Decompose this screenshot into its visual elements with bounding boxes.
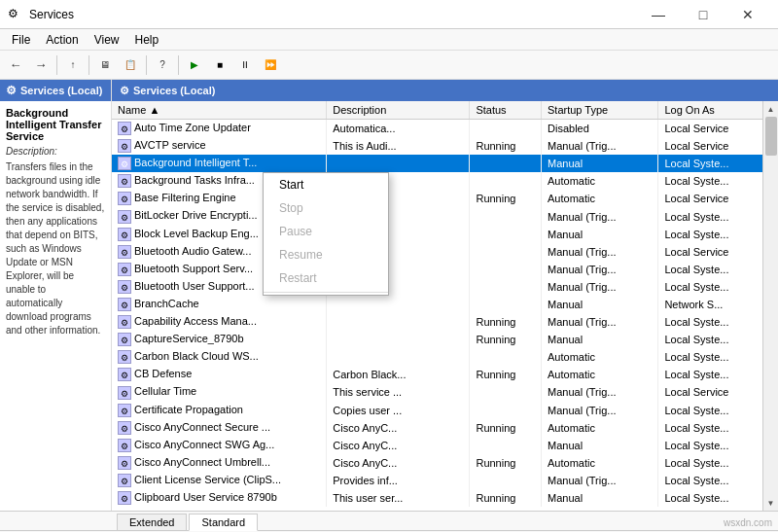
vertical-scrollbar[interactable]: ▲ ▼ <box>762 101 778 511</box>
restart-service-button[interactable]: ⏩ <box>259 53 282 77</box>
table-row[interactable]: ⚙Background Tasks Infra...AutomaticLocal… <box>112 172 762 190</box>
scrollbar-track <box>763 117 778 495</box>
scroll-down-button[interactable]: ▼ <box>763 495 779 511</box>
service-icon: ⚙ <box>118 368 131 381</box>
tab-standard[interactable]: Standard <box>189 514 258 531</box>
context-menu: StartStopPauseResumeRestart <box>263 172 389 296</box>
up-button[interactable]: ↑ <box>61 53 85 77</box>
col-header-logon[interactable]: Log On As <box>658 101 762 120</box>
context-menu-separator <box>264 292 388 293</box>
col-header-startup[interactable]: Startup Type <box>542 101 658 120</box>
description-text: Transfers files in the background using … <box>6 160 105 337</box>
service-icon: ⚙ <box>118 333 131 346</box>
app-icon: ⚙ <box>8 7 23 22</box>
services-panel-title: Services (Local) <box>133 85 215 96</box>
context-menu-item-stop[interactable]: Stop <box>264 196 388 220</box>
col-header-description[interactable]: Description <box>327 101 470 120</box>
left-panel-title: Services (Local) <box>20 85 102 96</box>
service-icon: ⚙ <box>118 263 131 276</box>
table-row[interactable]: ⚙BitLocker Drive Encrypti...Manual (Trig… <box>112 207 762 225</box>
stop-service-button[interactable]: ■ <box>208 53 231 77</box>
table-row[interactable]: ⚙Cisco AnyConnect Secure ...Cisco AnyC..… <box>112 419 762 437</box>
table-row[interactable]: ⚙CaptureService_8790bRunningManualLocal … <box>112 331 762 348</box>
services-gear-icon: ⚙ <box>120 85 129 97</box>
table-row[interactable]: ⚙Client License Service (ClipS...Provide… <box>112 472 762 489</box>
title-bar: ⚙ Services — □ ✕ <box>0 0 778 29</box>
gear-icon: ⚙ <box>6 84 17 97</box>
table-row[interactable]: ⚙Background Intelligent T...ManualLocal … <box>112 155 762 172</box>
context-menu-item-resume[interactable]: Resume <box>264 243 388 266</box>
toolbar: ← → ↑ 🖥 📋 ? ▶ ■ ⏸ ⏩ <box>0 51 778 80</box>
table-row[interactable]: ⚙Carbon Black Cloud WS...AutomaticLocal … <box>112 348 762 366</box>
window-title: Services <box>29 8 636 21</box>
menu-view[interactable]: View <box>87 31 127 49</box>
minimize-button[interactable]: — <box>636 0 681 29</box>
service-icon: ⚙ <box>118 350 131 364</box>
service-icon: ⚙ <box>118 474 131 487</box>
description-label: Description: <box>6 146 105 157</box>
maximize-button[interactable]: □ <box>681 0 725 29</box>
col-header-name[interactable]: Name ▲ <box>112 101 327 120</box>
help-button[interactable]: ? <box>151 53 174 77</box>
show-hide-console-button[interactable]: 🖥 <box>93 53 117 77</box>
service-icon: ⚙ <box>118 404 131 417</box>
table-row[interactable]: ⚙Bluetooth Audio Gatew...Manual (Trig...… <box>112 243 762 261</box>
pause-service-button[interactable]: ⏸ <box>233 53 257 77</box>
start-service-button[interactable]: ▶ <box>183 53 206 77</box>
table-row[interactable]: ⚙BranchCacheManualNetwork S... <box>112 296 762 313</box>
main-area: ⚙ Services (Local) Background Intelligen… <box>0 80 778 511</box>
context-menu-item-pause[interactable]: Pause <box>264 220 388 243</box>
service-icon: ⚙ <box>118 174 131 188</box>
left-panel: ⚙ Services (Local) Background Intelligen… <box>0 80 112 511</box>
services-table-container[interactable]: Name ▲ Description Status Startup Type L… <box>112 101 762 511</box>
context-menu-item-restart[interactable]: Restart <box>264 266 388 290</box>
close-button[interactable]: ✕ <box>725 0 770 29</box>
forward-button[interactable]: → <box>29 53 53 77</box>
table-row[interactable]: ⚙Clipboard User Service 8790bThis user s… <box>112 489 762 507</box>
separator-2 <box>88 55 89 75</box>
title-bar-controls: — □ ✕ <box>636 0 770 29</box>
services-panel: ⚙ Services (Local) Name ▲ Description St… <box>112 80 778 511</box>
service-icon: ⚙ <box>118 280 131 294</box>
table-row[interactable]: ⚙CB DefenseCarbon Black...RunningAutomat… <box>112 366 762 383</box>
table-row[interactable]: ⚙Certificate PropagationCopies user ...M… <box>112 402 762 419</box>
services-table: Name ▲ Description Status Startup Type L… <box>112 101 762 507</box>
table-row[interactable]: ⚙Base Filtering EngineRunningAutomaticLo… <box>112 190 762 207</box>
col-header-status[interactable]: Status <box>470 101 542 120</box>
menu-action[interactable]: Action <box>38 31 86 49</box>
watermark: wsxdn.com <box>724 517 772 528</box>
service-icon: ⚙ <box>118 491 131 505</box>
tab-extended[interactable]: Extended <box>117 514 187 530</box>
menu-help[interactable]: Help <box>127 31 167 49</box>
service-icon: ⚙ <box>118 456 131 470</box>
service-icon: ⚙ <box>118 298 131 311</box>
scrollbar-thumb[interactable] <box>765 117 777 156</box>
service-icon: ⚙ <box>118 315 131 329</box>
back-button[interactable]: ← <box>4 53 27 77</box>
service-icon: ⚙ <box>118 157 131 170</box>
menu-bar: File Action View Help <box>0 29 778 51</box>
service-icon: ⚙ <box>118 421 131 435</box>
table-row[interactable]: ⚙Cisco AnyConnect Umbrell...Cisco AnyC..… <box>112 454 762 472</box>
separator-1 <box>56 55 57 75</box>
service-icon: ⚙ <box>118 210 131 224</box>
context-menu-item-start[interactable]: Start <box>264 173 388 196</box>
service-icon: ⚙ <box>118 386 131 400</box>
services-panel-header: ⚙ Services (Local) <box>112 80 778 101</box>
table-row[interactable]: ⚙Auto Time Zone UpdaterAutomatica...Disa… <box>112 120 762 138</box>
table-row[interactable]: ⚙Cellular TimeThis service ...Manual (Tr… <box>112 383 762 401</box>
table-row[interactable]: ⚙Capability Access Mana...RunningManual … <box>112 313 762 331</box>
menu-file[interactable]: File <box>4 31 38 49</box>
table-row[interactable]: ⚙Bluetooth User Support...Manual (Trig..… <box>112 278 762 296</box>
service-icon: ⚙ <box>118 228 131 241</box>
table-row[interactable]: ⚙Cisco AnyConnect SWG Ag...Cisco AnyC...… <box>112 437 762 454</box>
service-icon: ⚙ <box>118 122 131 135</box>
service-icon: ⚙ <box>118 245 131 259</box>
new-window-button[interactable]: 📋 <box>119 53 142 77</box>
table-row[interactable]: ⚙Bluetooth Support Serv...Manual (Trig..… <box>112 261 762 278</box>
table-row[interactable]: ⚙AVCTP serviceThis is Audi...RunningManu… <box>112 137 762 155</box>
table-row[interactable]: ⚙Block Level Backup Eng...ManualLocal Sy… <box>112 226 762 243</box>
scroll-up-button[interactable]: ▲ <box>763 101 779 117</box>
separator-3 <box>146 55 147 75</box>
service-icon: ⚙ <box>118 192 131 205</box>
